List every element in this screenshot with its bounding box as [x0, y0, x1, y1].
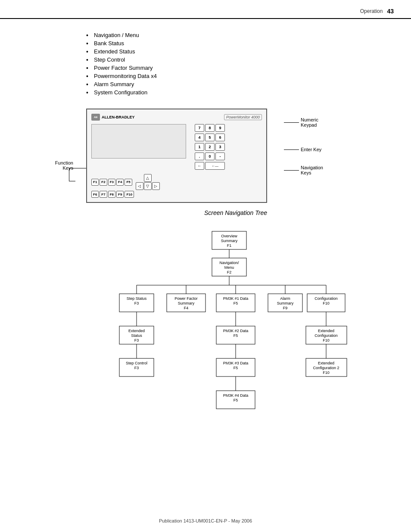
key-1[interactable]: 1 [195, 143, 204, 151]
key-enter-backspace[interactable]: ←— [205, 162, 225, 170]
keypad-row4: . 0 - [195, 152, 225, 160]
key-f4[interactable]: F4 [116, 179, 124, 186]
key-f7[interactable]: F7 [100, 191, 107, 198]
main-content: Navigation / MenuBank StatusExtended Sta… [0, 19, 411, 464]
brand-name: ALLEN-BRADLEY [102, 115, 135, 119]
key-0[interactable]: 0 [205, 152, 215, 160]
svg-text:Summary: Summary [221, 239, 238, 243]
key-f1[interactable]: F1 [91, 179, 99, 186]
numeric-keypad: 7 8 9 4 5 6 1 2 3 [195, 124, 225, 171]
device-model: PowerMonitor 4000 [224, 114, 262, 120]
nav-right[interactable]: ▷ [152, 182, 160, 190]
page-number: 43 [387, 8, 394, 15]
page-footer: Publication 1413-UM001C-EN-P - May 2006 [0, 518, 411, 523]
svg-text:Extended: Extended [318, 329, 334, 333]
key-f6[interactable]: F6 [91, 191, 99, 198]
key-f3[interactable]: F3 [108, 179, 115, 186]
key-4[interactable]: 4 [195, 134, 204, 141]
svg-text:F10: F10 [323, 301, 330, 305]
key-f2[interactable]: F2 [100, 179, 107, 186]
key-f9[interactable]: F9 [116, 191, 124, 198]
key-backspace[interactable]: ← [195, 162, 204, 170]
key-dot[interactable]: . [195, 152, 204, 160]
device-diagram: AB ALLEN-BRADLEY PowerMonitor 4000 7 8 9 [86, 109, 267, 203]
svg-text:Configuration: Configuration [314, 333, 338, 338]
diagram-caption: Screen Navigation Tree [86, 209, 385, 216]
svg-text:F4: F4 [184, 306, 189, 310]
key-9[interactable]: 9 [215, 124, 225, 132]
list-item: Bank Status [86, 40, 385, 47]
enter-key-label-group: Enter Key [284, 147, 323, 152]
svg-text:Menu: Menu [224, 265, 234, 270]
svg-text:F10: F10 [323, 338, 330, 342]
list-item: Extended Status [86, 48, 385, 55]
nav-label-line [284, 170, 299, 171]
svg-text:Alarm: Alarm [280, 296, 290, 301]
list-item: Step Control [86, 56, 385, 63]
svg-text:F5: F5 [234, 333, 238, 338]
list-item: System Configuration [86, 89, 385, 96]
svg-text:Configuration 2: Configuration 2 [313, 366, 339, 370]
key-minus[interactable]: - [215, 152, 225, 160]
svg-text:F5: F5 [234, 366, 238, 370]
navigation-keys-label-group: NavigationKeys [284, 165, 323, 175]
navigation-tree: Overview Summary F1 Navigation/ Menu F2 … [106, 227, 365, 451]
navigation-keys-label: NavigationKeys [301, 165, 323, 175]
feature-list: Navigation / MenuBank StatusExtended Sta… [86, 32, 385, 96]
key-5[interactable]: 5 [205, 134, 215, 141]
key-f5[interactable]: F5 [125, 179, 132, 186]
device-section: FunctionKeys AB ALLEN-BRADLEY PowerMonit… [86, 109, 385, 203]
enter-key-label: Enter Key [301, 147, 321, 152]
function-keys-section: F1 F2 F3 F4 F5 △ ◁ ▽ ▷ [91, 174, 262, 198]
key-8[interactable]: 8 [205, 124, 215, 132]
publication-info: Publication 1413-UM001C-EN-P - May 2006 [159, 518, 252, 523]
list-item: Alarm Summary [86, 81, 385, 87]
backspace-row: ← ←— [195, 162, 225, 171]
svg-text:F3: F3 [134, 366, 139, 370]
numeric-keypad-label: NumericKeypad [301, 117, 318, 128]
device-brand: AB ALLEN-BRADLEY [91, 114, 135, 121]
svg-text:Step Control: Step Control [126, 361, 147, 365]
list-item: Powermonitoring Data x4 [86, 73, 385, 79]
function-keys-label: FunctionKeys [30, 160, 73, 171]
keypad-row2: 4 5 6 [195, 134, 225, 141]
key-f8[interactable]: F8 [108, 191, 115, 198]
keypad-label-line [284, 122, 299, 123]
svg-text:PM3K #3 Data: PM3K #3 Data [223, 361, 249, 365]
key-f10[interactable]: F10 [125, 191, 134, 198]
numeric-keypad-label-group: NumericKeypad [284, 117, 323, 128]
svg-text:Summary: Summary [178, 301, 195, 305]
svg-text:Status: Status [131, 333, 142, 338]
svg-text:F1: F1 [227, 243, 232, 248]
nav-empty-tr [152, 174, 160, 182]
list-item: Power Factor Summary [86, 65, 385, 71]
svg-text:PM3K #4 Data: PM3K #4 Data [223, 393, 249, 398]
enter-label-line [284, 149, 299, 150]
svg-text:Overview: Overview [221, 234, 237, 238]
key-3[interactable]: 3 [215, 143, 225, 151]
nav-empty-tl [136, 174, 143, 182]
svg-text:Summary: Summary [277, 301, 294, 305]
section-label: Operation [360, 8, 383, 14]
device-top-bar: AB ALLEN-BRADLEY PowerMonitor 4000 [91, 114, 262, 121]
fkeys-row2: F6 F7 F8 F9 F10 [91, 191, 262, 198]
tree-svg: Overview Summary F1 Navigation/ Menu F2 … [106, 227, 365, 451]
nav-up[interactable]: △ [144, 174, 152, 182]
fkeys-row1: F1 F2 F3 F4 F5 △ ◁ ▽ ▷ [91, 174, 262, 190]
svg-text:F5: F5 [234, 398, 238, 402]
key-6[interactable]: 6 [215, 134, 225, 141]
nav-left[interactable]: ◁ [136, 182, 143, 190]
svg-text:Extended: Extended [128, 329, 145, 333]
svg-text:Navigation/: Navigation/ [219, 261, 239, 265]
svg-text:Power Factor: Power Factor [174, 296, 198, 301]
key-2[interactable]: 2 [205, 143, 215, 151]
nav-arrows: △ ◁ ▽ ▷ [136, 174, 160, 190]
device-right-labels: NumericKeypad Enter Key NavigationKeys [284, 117, 323, 175]
svg-text:Step Status: Step Status [127, 296, 147, 301]
keypad-row1: 7 8 9 [195, 124, 225, 132]
svg-text:Configuration: Configuration [314, 296, 338, 301]
key-7[interactable]: 7 [195, 124, 204, 132]
nav-down[interactable]: ▽ [144, 182, 152, 190]
svg-text:F5: F5 [234, 301, 238, 305]
list-item: Navigation / Menu [86, 32, 385, 38]
